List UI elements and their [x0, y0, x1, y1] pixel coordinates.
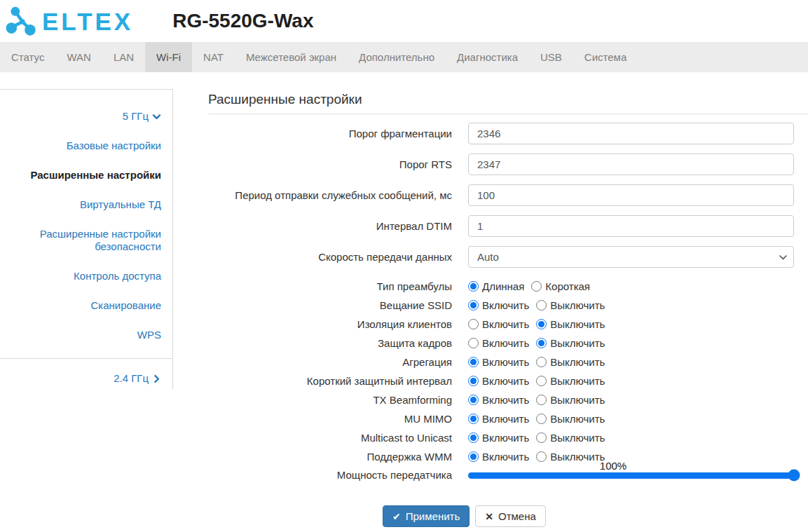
tx-power-slider-thumb[interactable]: [788, 470, 800, 482]
title-divider: [208, 114, 808, 114]
fragmentation-threshold-input[interactable]: [468, 123, 794, 144]
tx-beamforming-radio-1[interactable]: [468, 395, 479, 405]
sidebar-items: Базовые настройкиРасширенные настройкиВи…: [0, 139, 161, 341]
rts-threshold-label: Порог RTS: [208, 158, 468, 171]
form-row-frame-protection: Защита кадровВключитьВыключить: [208, 334, 808, 353]
cancel-button[interactable]: ✕ Отмена: [475, 505, 546, 527]
nav-tab-status[interactable]: Статус: [0, 42, 55, 72]
preamble-type-radio-2[interactable]: [531, 281, 542, 292]
wmm-support-option-1[interactable]: Включить: [468, 451, 529, 463]
short-guard-interval-radio-1[interactable]: [468, 376, 479, 386]
short-guard-interval-option-label-2: Выключить: [550, 375, 605, 387]
client-isolation-option-label-2: Выключить: [550, 318, 605, 330]
nav-tab-diagnostics[interactable]: Диагностика: [446, 42, 529, 72]
wmm-support-radio-2[interactable]: [536, 451, 547, 462]
ssid-broadcast-radio-2[interactable]: [536, 300, 547, 311]
ssid-broadcast-option-2[interactable]: Выключить: [536, 299, 605, 311]
tx-beamforming-option-label-1: Включить: [482, 394, 529, 406]
mu-mimo-option-2[interactable]: Выключить: [536, 413, 605, 425]
data-rate-field: Auto: [468, 246, 794, 268]
sidebar-item-advanced-security[interactable]: Расширенные настройки безопасности: [0, 228, 161, 253]
multicast-to-unicast-radio-1[interactable]: [468, 432, 479, 443]
aggregation-radio-1[interactable]: [468, 357, 479, 367]
client-isolation-option-2[interactable]: Выключить: [536, 318, 605, 330]
nav-tab-nat[interactable]: NAT: [192, 42, 235, 72]
frame-protection-option-2[interactable]: Выключить: [536, 337, 605, 349]
tx-power-slider[interactable]: [468, 472, 794, 479]
short-guard-interval-label: Короткий защитный интервал: [208, 375, 468, 388]
sidebar: 5 ГГц Базовые настройкиРасширенные настр…: [0, 89, 173, 389]
wmm-support-option-2[interactable]: Выключить: [536, 451, 605, 463]
sidebar-item-basic-settings[interactable]: Базовые настройки: [0, 139, 161, 152]
client-isolation-option-1[interactable]: Включить: [468, 318, 529, 330]
multicast-to-unicast-option-2[interactable]: Выключить: [536, 432, 605, 444]
apply-button[interactable]: ✔ Применить: [383, 505, 470, 527]
data-rate-select-wrap: Auto: [468, 246, 794, 268]
preamble-type-option-1[interactable]: Длинная: [468, 280, 524, 292]
brand-text: ELTEX: [42, 9, 133, 34]
short-guard-interval-option-2[interactable]: Выключить: [536, 375, 605, 387]
sidebar-band-24ghz[interactable]: 2.4 ГГц: [0, 359, 161, 385]
aggregation-option-1[interactable]: Включить: [468, 356, 529, 368]
short-guard-interval-option-1[interactable]: Включить: [468, 375, 529, 387]
nav-tab-lan[interactable]: LAN: [102, 42, 145, 72]
multicast-to-unicast-option-1[interactable]: Включить: [468, 432, 529, 444]
ssid-broadcast-label: Вещание SSID: [208, 299, 468, 312]
aggregation-option-label-1: Включить: [482, 356, 529, 368]
form-row-preamble-type: Тип преамбулыДлиннаяКороткая: [208, 277, 808, 296]
client-isolation-radio-1[interactable]: [468, 319, 479, 329]
eltex-logo-icon: [6, 6, 38, 36]
chevron-right-icon: [152, 374, 161, 383]
sidebar-band-5ghz[interactable]: 5 ГГц: [0, 110, 161, 123]
wmm-support-radio-1[interactable]: [468, 451, 479, 462]
client-isolation-radio-2[interactable]: [536, 319, 547, 329]
sidebar-item-virtual-ap[interactable]: Виртуальные ТД: [0, 198, 161, 211]
ssid-broadcast-option-1[interactable]: Включить: [468, 299, 529, 311]
frame-protection-option-1[interactable]: Включить: [468, 337, 529, 349]
tx-power-field: 100%: [468, 472, 794, 479]
sidebar-item-wps[interactable]: WPS: [0, 329, 161, 341]
mu-mimo-option-label-1: Включить: [482, 413, 529, 425]
dtim-interval-input[interactable]: [468, 215, 794, 237]
mu-mimo-label: MU MIMO: [208, 413, 468, 425]
preamble-type-option-2[interactable]: Короткая: [531, 280, 590, 292]
frame-protection-radio-2[interactable]: [536, 338, 547, 348]
wmm-support-option-label-1: Включить: [482, 451, 529, 463]
aggregation-option-2[interactable]: Выключить: [536, 356, 605, 368]
fragmentation-threshold-field: [468, 123, 794, 144]
form-row-ssid-broadcast: Вещание SSIDВключитьВыключить: [208, 296, 808, 315]
sidebar-item-access-control[interactable]: Контроль доступа: [0, 270, 161, 282]
tx-beamforming-label: TX Beamforming: [208, 394, 468, 407]
form-row-dtim-interval: Интервал DTIM: [208, 215, 808, 237]
frame-protection-radio-1[interactable]: [468, 338, 479, 348]
nav-tab-usb[interactable]: USB: [529, 42, 573, 72]
tx-beamforming-radio-2[interactable]: [536, 395, 547, 405]
preamble-type-field: ДлиннаяКороткая: [468, 280, 794, 292]
ssid-broadcast-radio-1[interactable]: [468, 300, 479, 311]
rts-threshold-input[interactable]: [468, 154, 794, 175]
tx-beamforming-option-1[interactable]: Включить: [468, 394, 529, 406]
sidebar-item-scanning[interactable]: Сканирование: [0, 299, 161, 312]
eltex-logo[interactable]: ELTEX: [6, 6, 133, 36]
nav-tab-wan[interactable]: WAN: [55, 42, 102, 72]
nav-tab-system[interactable]: Система: [573, 42, 638, 72]
mu-mimo-option-1[interactable]: Включить: [468, 413, 529, 425]
nav-tab-firewall[interactable]: Межсетевой экран: [235, 42, 348, 72]
multicast-to-unicast-radio-2[interactable]: [536, 432, 547, 443]
beacon-interval-input[interactable]: [468, 184, 794, 206]
page-title: Расширенные настройки: [208, 92, 808, 107]
mu-mimo-radio-1[interactable]: [468, 414, 479, 424]
short-guard-interval-radio-2[interactable]: [536, 376, 547, 386]
preamble-type-radio-1[interactable]: [468, 281, 479, 292]
frame-protection-label: Защита кадров: [208, 337, 468, 350]
nav-tab-wifi[interactable]: Wi-Fi: [145, 42, 192, 72]
nav-tabs: СтатусWANLANWi-FiNATМежсетевой экранДопо…: [0, 42, 808, 72]
sidebar-item-advanced-settings[interactable]: Расширенные настройки: [0, 169, 161, 182]
nav-tab-advanced[interactable]: Дополнительно: [348, 42, 446, 72]
aggregation-radio-2[interactable]: [536, 357, 547, 367]
mu-mimo-radio-2[interactable]: [536, 414, 547, 424]
tx-beamforming-option-2[interactable]: Выключить: [536, 394, 605, 406]
data-rate-select[interactable]: Auto: [468, 246, 794, 268]
ssid-broadcast-option-label-2: Выключить: [550, 299, 605, 311]
header: ELTEX RG-5520G-Wax: [0, 0, 808, 42]
